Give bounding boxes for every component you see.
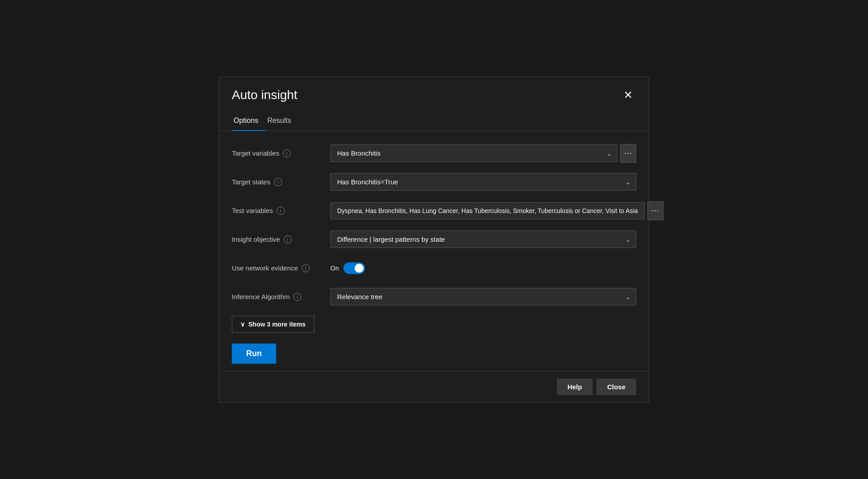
auto-insight-dialog: Auto insight ✕ Options Results Target va… (219, 77, 649, 403)
toggle-slider (343, 262, 365, 274)
target-variables-more-button[interactable]: ··· (620, 144, 636, 163)
show-more-chevron-icon: ∨ (240, 321, 245, 328)
target-states-control: Has Bronchitis=True ⌄ (330, 173, 636, 191)
toggle-container: On (330, 262, 365, 274)
show-more-label: Show 3 more items (248, 321, 306, 328)
tab-options[interactable]: Options (232, 113, 265, 131)
insight-objective-info-icon[interactable]: i (284, 235, 292, 244)
close-button[interactable]: Close (596, 379, 636, 395)
target-variables-info-icon[interactable]: i (283, 149, 291, 157)
test-variables-row: Test variables i Dyspnea, Has Bronchitis… (232, 201, 636, 221)
run-button[interactable]: Run (232, 344, 276, 364)
insight-objective-control: Difference | largest patterns by state ⌄ (330, 231, 636, 248)
target-variables-select-wrapper: Has Bronchitis ⌄ (330, 144, 617, 162)
insight-objective-row: Insight objective i Difference | largest… (232, 230, 636, 249)
test-variables-label: Test variables i (232, 207, 330, 215)
insight-objective-select[interactable]: Difference | largest patterns by state (330, 231, 636, 248)
target-states-select[interactable]: Has Bronchitis=True (330, 173, 636, 191)
use-network-evidence-info-icon[interactable]: i (302, 264, 310, 272)
toggle-on-label: On (330, 265, 339, 272)
dialog-title: Auto insight (232, 88, 297, 102)
test-variables-control: Dyspnea, Has Bronchitis, Has Lung Cancer… (330, 201, 664, 220)
dialog-body: Target variables i Has Bronchitis ⌄ ··· … (219, 131, 649, 371)
help-button[interactable]: Help (557, 379, 593, 395)
dialog-footer: Help Close (219, 371, 649, 402)
target-variables-row: Target variables i Has Bronchitis ⌄ ··· (232, 144, 636, 163)
test-variables-display: Dyspnea, Has Bronchitis, Has Lung Cancer… (330, 202, 645, 219)
show-more-button[interactable]: ∨ Show 3 more items (232, 316, 314, 333)
target-variables-label: Target variables i (232, 149, 330, 157)
target-states-label: Target states i (232, 178, 330, 186)
target-variables-select[interactable]: Has Bronchitis (330, 144, 617, 162)
dialog-header: Auto insight ✕ (219, 77, 649, 102)
target-states-info-icon[interactable]: i (274, 178, 282, 186)
tab-results[interactable]: Results (265, 113, 298, 131)
use-network-evidence-toggle[interactable] (343, 262, 365, 274)
insight-objective-select-wrapper: Difference | largest patterns by state ⌄ (330, 231, 636, 248)
inference-algorithm-control: Relevance tree ⌄ (330, 288, 636, 305)
use-network-evidence-control: On (330, 262, 636, 274)
test-variables-more-button[interactable]: ··· (647, 201, 664, 220)
inference-algorithm-info-icon[interactable]: i (293, 293, 301, 301)
inference-algorithm-select[interactable]: Relevance tree (330, 288, 636, 305)
test-variables-info-icon[interactable]: i (277, 207, 285, 215)
dialog-close-button[interactable]: ✕ (620, 88, 636, 102)
use-network-evidence-row: Use network evidence i On (232, 258, 636, 278)
tabs-container: Options Results (219, 106, 649, 131)
target-variables-control: Has Bronchitis ⌄ ··· (330, 144, 636, 163)
target-states-row: Target states i Has Bronchitis=True ⌄ (232, 172, 636, 192)
inference-algorithm-label: Inference Algorithm i (232, 293, 330, 301)
insight-objective-label: Insight objective i (232, 235, 330, 244)
inference-algorithm-select-wrapper: Relevance tree ⌄ (330, 288, 636, 305)
target-states-select-wrapper: Has Bronchitis=True ⌄ (330, 173, 636, 191)
inference-algorithm-row: Inference Algorithm i Relevance tree ⌄ (232, 287, 636, 307)
use-network-evidence-label: Use network evidence i (232, 264, 330, 272)
